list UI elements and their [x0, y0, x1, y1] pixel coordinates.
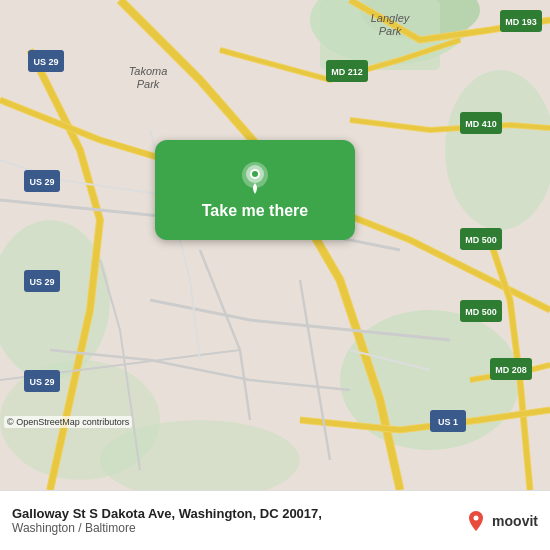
svg-point-4: [445, 70, 550, 230]
svg-text:Takoma: Takoma: [129, 65, 168, 77]
region-line: Washington / Baltimore: [12, 521, 322, 535]
svg-text:US 1: US 1: [438, 417, 458, 427]
button-label: Take me there: [202, 202, 308, 220]
svg-text:US 29: US 29: [29, 177, 54, 187]
address-line: Galloway St S Dakota Ave, Washington, DC…: [12, 506, 322, 521]
svg-text:Park: Park: [379, 25, 402, 37]
footer: Galloway St S Dakota Ave, Washington, DC…: [0, 490, 550, 550]
svg-text:MD 500: MD 500: [465, 307, 497, 317]
svg-text:US 29: US 29: [29, 377, 54, 387]
svg-text:US 29: US 29: [33, 57, 58, 67]
take-me-there-button[interactable]: Take me there: [155, 140, 355, 240]
svg-point-39: [474, 515, 479, 520]
svg-text:MD 208: MD 208: [495, 365, 527, 375]
svg-text:MD 410: MD 410: [465, 119, 497, 129]
svg-text:Langley: Langley: [371, 12, 411, 24]
svg-text:US 29: US 29: [29, 277, 54, 287]
moovit-text: moovit: [492, 513, 538, 529]
svg-point-38: [252, 171, 258, 177]
svg-text:MD 193: MD 193: [505, 17, 537, 27]
moovit-pin-icon: [464, 509, 488, 533]
osm-credit: © OpenStreetMap contributors: [4, 416, 132, 428]
svg-text:MD 500: MD 500: [465, 235, 497, 245]
moovit-logo: moovit: [464, 509, 538, 533]
svg-text:MD 212: MD 212: [331, 67, 363, 77]
map: US 29 US 29 US 29 US 29 MD 193 MD 212 MD…: [0, 0, 550, 490]
location-pin-icon: [237, 160, 273, 196]
footer-address-block: Galloway St S Dakota Ave, Washington, DC…: [12, 506, 322, 535]
svg-text:Park: Park: [137, 78, 160, 90]
